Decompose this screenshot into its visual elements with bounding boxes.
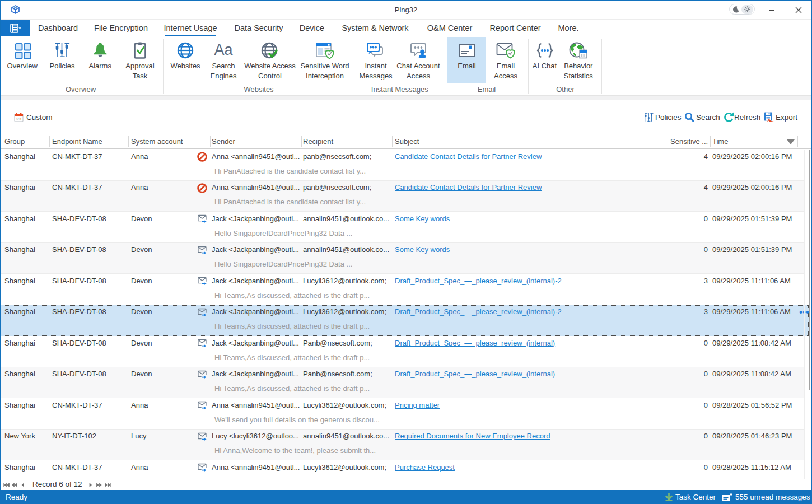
svg-text:23: 23: [16, 116, 21, 122]
